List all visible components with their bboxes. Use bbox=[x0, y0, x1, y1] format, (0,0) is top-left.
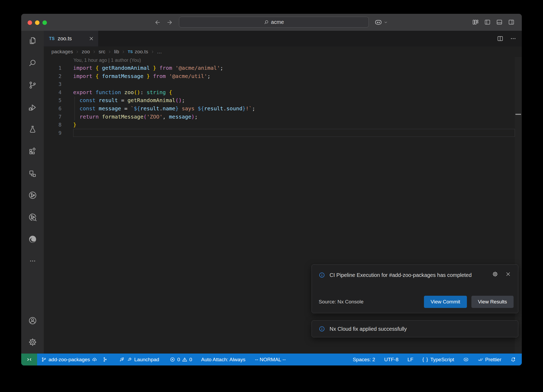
editor-group: TS zoo.ts packageszoosrclibTSzoo.ts… You… bbox=[44, 31, 522, 354]
activity-source-control[interactable] bbox=[21, 77, 44, 93]
status-encoding[interactable]: UTF-8 bbox=[384, 357, 399, 363]
line-number: 3 bbox=[44, 80, 66, 88]
activity-nx-console[interactable] bbox=[21, 165, 44, 182]
breadcrumb-item-lib[interactable]: lib bbox=[114, 49, 119, 55]
breadcrumb-label: packages bbox=[51, 49, 73, 55]
notification-source: Source: Nx Console bbox=[316, 299, 364, 305]
editor-more-actions-icon[interactable] bbox=[510, 35, 516, 42]
error-icon bbox=[170, 357, 175, 362]
tab-label: zoo.ts bbox=[58, 36, 72, 42]
status-copilot[interactable] bbox=[463, 357, 469, 362]
ellipsis-icon bbox=[29, 257, 36, 265]
status-auto-attach[interactable]: Auto Attach: Always bbox=[201, 357, 246, 363]
search-icon bbox=[28, 59, 37, 68]
status-commit-graph[interactable] bbox=[102, 357, 108, 362]
status-label: Prettier bbox=[485, 357, 501, 363]
workbench: TS zoo.ts packageszoosrclibTSzoo.ts… You… bbox=[21, 31, 522, 354]
activity-additional-views[interactable] bbox=[21, 253, 44, 269]
status-language[interactable]: { }TypeScript bbox=[422, 357, 454, 363]
breadcrumb-item-zoo.ts[interactable]: TSzoo.ts bbox=[128, 49, 148, 55]
split-editor-icon[interactable] bbox=[497, 35, 503, 42]
chevron-down-icon bbox=[384, 20, 388, 24]
rocket-icon bbox=[119, 357, 125, 362]
activity-testing[interactable] bbox=[21, 121, 44, 138]
code-line-7[interactable]: 7 return formatMessage('ZOO', message); bbox=[44, 113, 515, 121]
typescript-file-icon: TS bbox=[128, 50, 133, 54]
remote-icon bbox=[26, 356, 32, 363]
overview-ruler-mark bbox=[515, 114, 521, 115]
remote-indicator[interactable] bbox=[21, 354, 37, 365]
info-icon bbox=[319, 272, 325, 278]
status-label: Spaces: 2 bbox=[353, 357, 375, 363]
breadcrumb-label: zoo.ts bbox=[135, 49, 148, 55]
window-close-button[interactable] bbox=[28, 20, 32, 25]
activity-gitlens[interactable] bbox=[21, 187, 44, 203]
code-line-3[interactable]: 3 bbox=[44, 80, 515, 88]
code-line-6[interactable]: 6 const message = `${result.name} says $… bbox=[44, 104, 515, 113]
activity-edge-tools[interactable] bbox=[21, 231, 44, 247]
toggle-panel-icon[interactable] bbox=[496, 19, 503, 25]
line-number: 6 bbox=[44, 104, 66, 113]
files-icon bbox=[28, 36, 37, 45]
activity-gitlens-inspect[interactable] bbox=[21, 209, 44, 225]
activity-search[interactable] bbox=[21, 55, 44, 71]
status-branch[interactable]: add-zoo-packages bbox=[41, 357, 97, 363]
status-indentation[interactable]: Spaces: 2 bbox=[353, 357, 375, 363]
status-notifications-bell[interactable] bbox=[510, 357, 516, 362]
git-branch-sm-icon bbox=[41, 357, 47, 362]
view-commit-button[interactable]: View Commit bbox=[424, 296, 467, 308]
status-vim-mode[interactable]: -- NORMAL -- bbox=[255, 357, 286, 363]
command-center-search[interactable]: acme bbox=[179, 17, 369, 28]
breadcrumb-item-src[interactable]: src bbox=[99, 49, 105, 55]
activity-run-and-debug[interactable] bbox=[21, 99, 44, 116]
tab-zoo-ts[interactable]: TS zoo.ts bbox=[44, 31, 99, 46]
title-bar: acme bbox=[21, 14, 522, 31]
customize-layout-icon[interactable] bbox=[472, 19, 479, 25]
window-minimize-button[interactable] bbox=[35, 20, 40, 25]
arrow-back-icon[interactable] bbox=[154, 19, 161, 26]
chevron-right-icon bbox=[151, 50, 155, 54]
notification-toast-1: CI Pipeline Execution for #add-zoo-packa… bbox=[312, 264, 518, 313]
gear-icon bbox=[28, 338, 37, 347]
copilot-icon bbox=[374, 18, 382, 26]
code-line-9[interactable]: 9 bbox=[44, 129, 515, 137]
notification-close-icon[interactable] bbox=[505, 271, 511, 277]
copilot-icon bbox=[463, 357, 469, 362]
breadcrumb-item-more[interactable]: … bbox=[157, 49, 162, 55]
line-number: 9 bbox=[44, 129, 66, 137]
toggle-secondary-sidebar-icon[interactable] bbox=[508, 19, 515, 25]
status-label: -- NORMAL -- bbox=[255, 357, 286, 363]
chevron-right-icon bbox=[108, 50, 112, 54]
breadcrumb-item-packages[interactable]: packages bbox=[51, 49, 73, 55]
activity-extensions[interactable] bbox=[21, 143, 44, 160]
status-formatter[interactable]: Prettier bbox=[478, 357, 501, 363]
activity-bar bbox=[21, 31, 44, 354]
status-launchpad[interactable]: Launchpad bbox=[119, 357, 159, 363]
status-label: 0 bbox=[177, 357, 180, 363]
code-line-4[interactable]: 4export function zoo(): string { bbox=[44, 88, 515, 97]
tab-close-icon[interactable] bbox=[89, 36, 94, 41]
chevron-right-icon bbox=[92, 50, 96, 54]
status-problems[interactable]: 00 bbox=[170, 357, 192, 363]
activity-explorer[interactable] bbox=[21, 33, 44, 49]
line-content: import { formatMessage } from '@acme/uti… bbox=[66, 72, 211, 80]
warning-icon bbox=[182, 357, 187, 362]
window-zoom-button[interactable] bbox=[42, 20, 47, 25]
activity-manage[interactable] bbox=[21, 334, 44, 350]
status-eol[interactable]: LF bbox=[408, 357, 413, 363]
vscode-window: acme TS zoo.ts packageszoosr bbox=[21, 14, 522, 365]
code-line-5[interactable]: 5 const result = getRandomAnimal(); bbox=[44, 96, 515, 104]
notification-message: CI Pipeline Execution for #add-zoo-packa… bbox=[330, 270, 472, 280]
notification-gear-icon[interactable] bbox=[492, 271, 498, 277]
line-number: 5 bbox=[44, 96, 66, 104]
view-results-button[interactable]: View Results bbox=[471, 296, 514, 308]
arrow-forward-icon[interactable] bbox=[166, 19, 173, 26]
activity-accounts[interactable] bbox=[21, 312, 44, 329]
code-line-8[interactable]: 8} bbox=[44, 121, 515, 129]
code-line-2[interactable]: 2import { formatMessage } from '@acme/ut… bbox=[44, 72, 515, 80]
line-content: import { getRandomAnimal } from '@acme/a… bbox=[66, 64, 223, 72]
toggle-primary-sidebar-icon[interactable] bbox=[484, 19, 491, 25]
breadcrumb-item-zoo[interactable]: zoo bbox=[82, 49, 90, 55]
copilot-menu-button[interactable] bbox=[374, 18, 388, 26]
code-line-1[interactable]: 1import { getRandomAnimal } from '@acme/… bbox=[44, 64, 515, 72]
